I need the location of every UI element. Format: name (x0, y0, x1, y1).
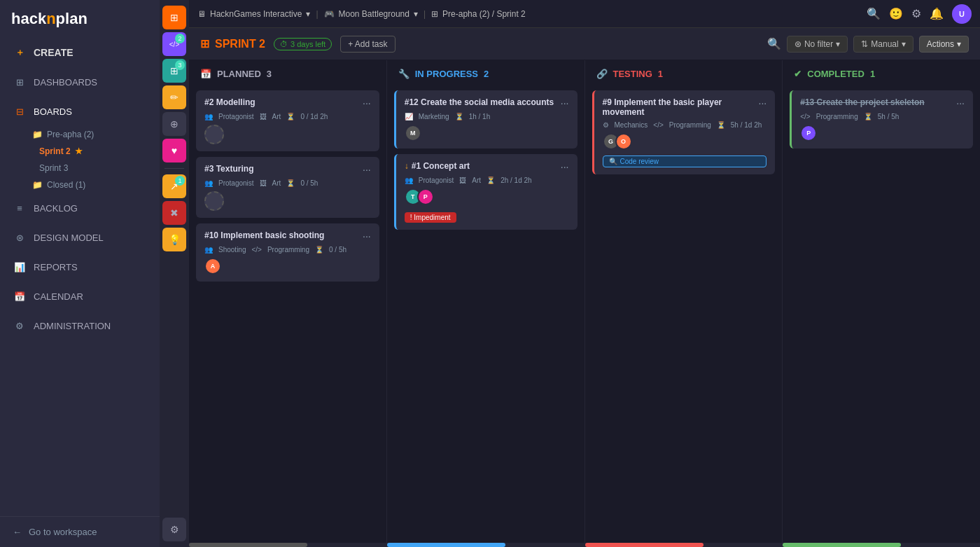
strip-pencil-icon[interactable]: ✏ (162, 85, 186, 109)
sidebar-item-design-model[interactable]: ⊛ DESIGN MODEL (0, 223, 160, 252)
card-1[interactable]: ↓ #1 Concept art ··· 👥 Protagonist 🖼 Art… (394, 154, 578, 230)
card-menu-icon[interactable]: ··· (561, 161, 569, 172)
sidebar-item-label: BACKLOG (34, 203, 78, 214)
card-menu-icon[interactable]: ··· (561, 97, 569, 109)
main-content: 🖥 HacknGames Interactive ▾ | 🎮 Moon Batt… (189, 0, 980, 547)
sidebar-item-reports[interactable]: 📊 REPORTS (0, 252, 160, 282)
avatars: M (405, 125, 421, 141)
topbar-breadcrumb[interactable]: ⊞ Pre-apha (2) / Sprint 2 (431, 9, 526, 19)
actions-label: Actions (927, 39, 954, 49)
card-9[interactable]: #9 Implement the basic player movement ·… (592, 90, 776, 174)
topbar-app[interactable]: 🖥 HacknGames Interactive ▾ (197, 9, 310, 19)
sidebar-item-label: BOARDS (34, 106, 72, 117)
sidebar-item-calendar[interactable]: 📅 CALENDAR (0, 282, 160, 311)
col-scrollbar-testing (585, 543, 783, 547)
col-title: TESTING (613, 69, 652, 79)
board-search-icon[interactable]: 🔍 (767, 37, 781, 50)
scrollbar-thumb (387, 543, 505, 547)
sidebar-item-label: Closed (1) (47, 180, 85, 190)
sidebar-item-pre-apha[interactable]: 📁 Pre-apha (2) (20, 126, 160, 143)
user-avatar[interactable]: U (952, 4, 972, 24)
filter-button[interactable]: ⊛ No filter ▾ (787, 36, 848, 53)
sidebar-item-administration[interactable]: ⚙ ADMINISTRATION (0, 311, 160, 340)
sidebar-item-dashboards[interactable]: ⊞ DASHBOARDS (0, 67, 160, 97)
sidebar-item-backlog[interactable]: ≡ BACKLOG (0, 193, 160, 223)
tag-protagonist: Protagonist (419, 176, 454, 184)
col-scrollbar-completed (783, 543, 980, 547)
monitor-icon: 🖥 (197, 9, 206, 19)
card-menu-icon[interactable]: ··· (363, 97, 371, 109)
manual-button[interactable]: ⇅ Manual ▾ (853, 36, 913, 53)
time-value: 0 / 5h (329, 246, 346, 254)
tag-marketing: Marketing (419, 113, 449, 120)
card-title: #13 Create the project skeleton (800, 97, 924, 107)
settings-icon[interactable]: ⚙ (911, 7, 921, 20)
tag-protagonist: Protagonist (218, 113, 254, 120)
scrollbar-thumb (189, 543, 307, 547)
column-header-in-progress: 🔧 IN PROGRESS 2 (387, 60, 584, 88)
gamepad-icon: 🎮 (324, 9, 335, 19)
sidebar-item-label: Pre-apha (2) (47, 130, 94, 139)
badge-area: ! Impediment (405, 209, 569, 223)
list-icon: ≡ (13, 201, 27, 215)
topbar-project[interactable]: 🎮 Moon Battleground ▾ (324, 9, 418, 19)
strip-settings-icon[interactable]: ⚙ (162, 518, 186, 541)
time-icon: ⏳ (455, 113, 463, 120)
sidebar-item-label: DASHBOARDS (34, 77, 97, 88)
sidebar-item-sprint2[interactable]: Sprint 2 ★ (20, 143, 160, 160)
card-footer: M (405, 125, 569, 141)
card-menu-icon[interactable]: ··· (956, 97, 965, 109)
actions-button[interactable]: Actions ▾ (919, 36, 969, 53)
strip-board-icon[interactable]: ⊞ (162, 6, 186, 29)
strip-bulb-icon[interactable]: 💡 (162, 228, 186, 251)
icon-strip: ⊞ </>2 ⊞3 ✏ ⊕ ♥ ↗1 ✖ 💡 ⚙ (160, 0, 189, 547)
sprint-title-text: SPRINT 2 (215, 38, 265, 50)
card-12[interactable]: #12 Create the social media accounts ···… (394, 90, 578, 148)
sidebar-item-label: DESIGN MODEL (34, 233, 104, 243)
card-2[interactable]: #2 Modelling ··· 👥 Protagonist 🖼 Art ⏳ 0… (196, 90, 379, 151)
card-header: #10 Implement basic shooting ··· (204, 230, 371, 242)
strip-sprint-icon[interactable]: ⊞3 (162, 59, 186, 83)
strip-puzzle-icon[interactable]: ⊕ (162, 112, 186, 136)
card-footer: T P (405, 188, 569, 205)
avatar: P (800, 125, 817, 141)
card-3[interactable]: #3 Texturing ··· 👥 Protagonist 🖼 Art ⏳ 0… (196, 157, 379, 218)
sidebar-item-create[interactable]: ＋ CREATE (0, 38, 160, 67)
bell-icon[interactable]: 🔔 (930, 7, 944, 20)
strip-code-icon[interactable]: </>2 (162, 32, 186, 56)
board-topbar-right: 🔍 ⊛ No filter ▾ ⇅ Manual ▾ Actions ▾ (767, 36, 969, 53)
card-menu-icon[interactable]: ··· (363, 230, 371, 242)
col-scrollbar-planned (189, 543, 386, 547)
image-icon: 🖼 (260, 113, 267, 120)
emoji-icon[interactable]: 🙂 (889, 7, 903, 20)
card-header: #2 Modelling ··· (204, 97, 371, 109)
sidebar-item-boards[interactable]: ⊟ BOARDS (0, 97, 160, 126)
tag-art: Art (472, 176, 481, 184)
search-icon[interactable]: 🔍 (867, 7, 881, 20)
dashboard-icon: ⊞ (13, 75, 27, 89)
code-icon: </> (251, 246, 261, 254)
card-header: #12 Create the social media accounts ··· (405, 97, 569, 109)
card-13[interactable]: #13 Create the project skeleton ··· </> … (790, 90, 973, 148)
sidebar-item-closed[interactable]: 📁 Closed (1) (20, 176, 160, 193)
tag-art: Art (272, 179, 281, 187)
impediment-badge: ! Impediment (405, 212, 456, 223)
strip-bug-icon[interactable]: ✖ (162, 201, 186, 225)
goto-workspace-button[interactable]: ← Go to workspace (13, 527, 147, 537)
column-header-completed: ✔ COMPLETED 1 (783, 60, 980, 88)
time-icon: ⏳ (864, 113, 872, 120)
add-task-button[interactable]: + Add task (340, 36, 395, 53)
sidebar-footer: ← Go to workspace (0, 516, 160, 547)
strip-chart-icon[interactable]: ↗1 (162, 174, 186, 198)
card-title: #12 Create the social media accounts (405, 97, 554, 107)
sidebar-item-sprint3[interactable]: Sprint 3 (20, 160, 160, 176)
topbar-right: 🔍 🙂 ⚙ 🔔 U (867, 4, 972, 24)
code-icon: </> (800, 113, 810, 120)
workspace-label: Go to workspace (29, 527, 97, 537)
card-10[interactable]: #10 Implement basic shooting ··· 👥 Shoot… (196, 223, 379, 282)
card-menu-icon[interactable]: ··· (759, 97, 767, 109)
tag-programming: Programming (669, 121, 711, 129)
strip-heart-icon[interactable]: ♥ (162, 139, 186, 162)
card-menu-icon[interactable]: ··· (363, 164, 371, 175)
separator: | (316, 9, 318, 19)
